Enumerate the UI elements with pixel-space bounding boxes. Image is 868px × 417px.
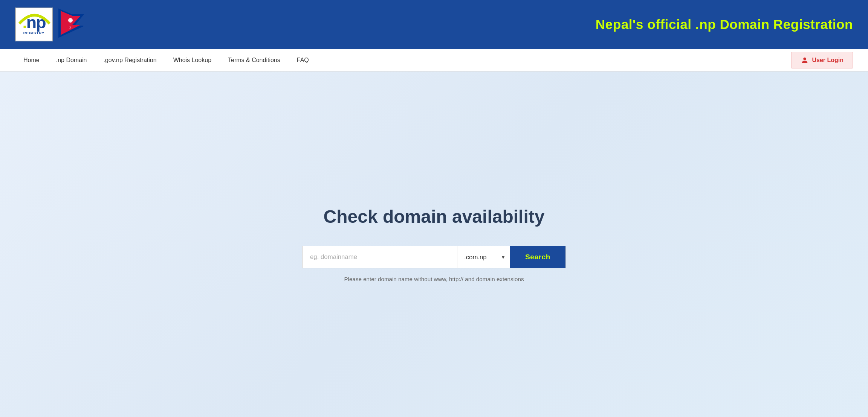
nav-item-home[interactable]: Home xyxy=(15,50,48,70)
nav-item-gov-registration[interactable]: .gov.np Registration xyxy=(95,50,165,70)
site-header: .np Registry ✦ ☽ Nepal's official .np Do… xyxy=(0,0,868,49)
logo-area: .np Registry ✦ ☽ xyxy=(15,7,89,42)
nav-link-gov-registration[interactable]: .gov.np Registration xyxy=(95,50,165,70)
domain-search-form: .com.np .org.np .edu.np .net.np .gov.np … xyxy=(302,246,566,268)
domain-search-input[interactable] xyxy=(303,246,457,268)
user-icon xyxy=(801,56,809,64)
nav-item-terms[interactable]: Terms & Conditions xyxy=(220,50,289,70)
domain-extension-select[interactable]: .com.np .org.np .edu.np .net.np .gov.np … xyxy=(457,247,510,268)
logo-box: .np Registry xyxy=(15,8,53,41)
svg-text:☽: ☽ xyxy=(67,25,71,30)
nav-link-faq[interactable]: FAQ xyxy=(289,50,317,70)
search-hint-text: Please enter domain name without www, ht… xyxy=(344,276,524,282)
nav-item-faq[interactable]: FAQ xyxy=(289,50,317,70)
nav-item-np-domain[interactable]: .np Domain xyxy=(48,50,95,70)
nav-links-list: Home .np Domain .gov.np Registration Who… xyxy=(15,50,317,70)
page-heading: Check domain availability xyxy=(324,206,545,227)
domain-extension-wrapper: .com.np .org.np .edu.np .net.np .gov.np … xyxy=(457,246,510,268)
user-login-button[interactable]: User Login xyxy=(791,52,853,68)
main-content: Check domain availability .com.np .org.n… xyxy=(0,72,868,417)
user-login-label: User Login xyxy=(812,57,844,64)
search-button[interactable]: Search xyxy=(510,246,565,268)
nav-link-np-domain[interactable]: .np Domain xyxy=(48,50,95,70)
logo-arc-icon xyxy=(18,10,51,25)
nepal-flag-icon: ✦ ☽ xyxy=(55,7,89,42)
nav-item-whois-lookup[interactable]: Whois Lookup xyxy=(165,50,220,70)
svg-text:✦: ✦ xyxy=(69,19,72,23)
main-navbar: Home .np Domain .gov.np Registration Who… xyxy=(0,49,868,72)
logo-registry-text: Registry xyxy=(23,31,45,35)
svg-point-5 xyxy=(804,57,806,60)
nav-link-home[interactable]: Home xyxy=(15,50,48,70)
site-title: Nepal's official .np Domain Registration xyxy=(596,17,853,32)
logo-inner: .np Registry xyxy=(22,14,45,35)
nav-link-whois-lookup[interactable]: Whois Lookup xyxy=(165,50,220,70)
nav-link-terms[interactable]: Terms & Conditions xyxy=(220,50,289,70)
